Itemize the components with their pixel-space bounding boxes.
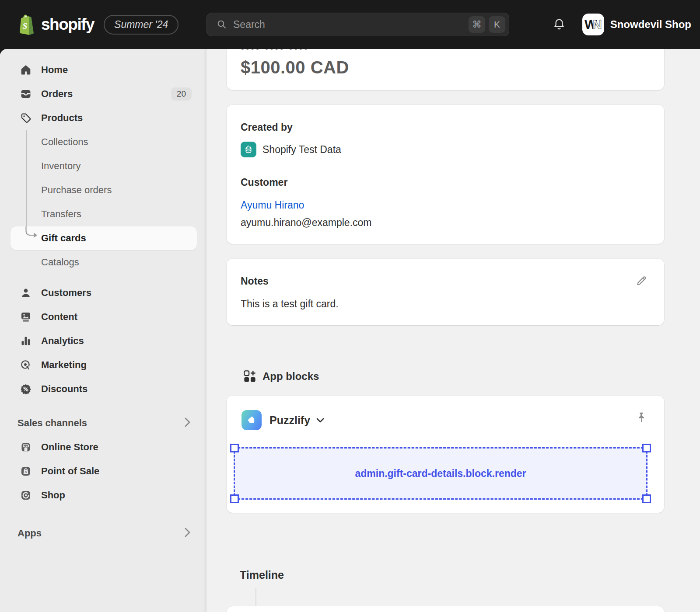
discounts-icon xyxy=(20,383,32,395)
test-data-app-icon xyxy=(241,142,256,157)
sidebar-item-products[interactable]: Products xyxy=(0,106,206,130)
resize-handle-top-right[interactable] xyxy=(642,444,651,452)
top-bar-right: W N Snowdevil Shop xyxy=(553,0,691,49)
puzzlify-app-name: Puzzlify xyxy=(270,414,310,427)
bell-icon xyxy=(553,18,566,31)
creator-name: Shopify Test Data xyxy=(262,144,341,156)
shop-name[interactable]: Snowdevil Shop xyxy=(610,18,691,31)
sidebar-item-analytics[interactable]: Analytics xyxy=(0,329,206,353)
shopify-logo[interactable]: S shopify Summer '24 xyxy=(18,0,178,49)
sidebar-item-content[interactable]: Content xyxy=(0,305,206,329)
analytics-icon xyxy=(20,335,32,347)
app-blocks-heading: App blocks xyxy=(262,370,319,382)
note-text: This is a test gift card. xyxy=(241,298,339,310)
sidebar-item-catalogs[interactable]: Catalogs xyxy=(0,250,206,274)
shop-avatar[interactable]: W N xyxy=(582,14,604,35)
k-key: K xyxy=(489,16,505,33)
sidebar-item-inventory[interactable]: Inventory xyxy=(0,154,206,178)
app-block-render-target[interactable]: admin.gift-card-details.block.render xyxy=(234,447,648,500)
content-frame: Home Orders 20 Products Collections Inve… xyxy=(0,49,700,612)
block-extension-id: admin.gift-card-details.block.render xyxy=(355,468,526,480)
puzzlify-block-card: Puzzlify admin.gift-card-details.block.r… xyxy=(227,396,664,513)
resize-handle-bottom-right[interactable] xyxy=(642,494,651,503)
sidebar-section-apps[interactable]: Apps xyxy=(0,522,206,545)
notes-heading: Notes xyxy=(241,275,269,287)
chevron-right-icon xyxy=(185,528,191,539)
customer-email: ayumu.hirano@example.com xyxy=(241,217,371,229)
created-by-card: Created by Shopify Test Data Customer Ay… xyxy=(227,105,664,244)
masked-gift-card-code: •••• •••• •••• xyxy=(241,49,309,53)
home-icon xyxy=(20,64,32,76)
snowdevil-monogram-icon: W N xyxy=(583,14,603,35)
sidebar-item-discounts[interactable]: Discounts xyxy=(0,377,206,401)
marketing-icon xyxy=(20,359,32,371)
customer-name-link[interactable]: Ayumu Hirano xyxy=(241,199,304,211)
orders-count-badge: 20 xyxy=(171,87,192,101)
sidebar-item-marketing[interactable]: Marketing xyxy=(0,353,206,377)
pushpin-icon xyxy=(635,411,648,425)
sidebar-item-gift-cards[interactable]: Gift cards xyxy=(0,226,206,250)
resize-handle-top-left[interactable] xyxy=(230,444,239,452)
sidebar-item-online-store[interactable]: Online Store xyxy=(0,435,206,459)
search-icon xyxy=(217,19,227,30)
shopify-bag-icon: S xyxy=(18,14,36,35)
sidebar-nav: Home Orders 20 Products Collections Inve… xyxy=(0,49,206,612)
edit-notes-button[interactable] xyxy=(633,272,650,289)
point-of-sale-icon: S xyxy=(20,465,32,477)
sidebar-item-shop[interactable]: Shop xyxy=(0,483,206,507)
content-icon xyxy=(20,311,32,323)
sidebar-item-point-of-sale[interactable]: S Point of Sale xyxy=(0,459,206,483)
search-placeholder: Search xyxy=(233,19,265,31)
sidebar-item-customers[interactable]: Customers xyxy=(0,281,206,305)
balance-card: •••• •••• •••• $100.00 CAD xyxy=(227,49,664,90)
sidebar-item-home[interactable]: Home xyxy=(0,58,206,82)
shortcut-keys: ⌘ K xyxy=(469,16,505,33)
orders-icon xyxy=(20,88,32,100)
notes-card: Notes This is a test gift card. xyxy=(227,259,664,325)
gift-card-balance: $100.00 CAD xyxy=(241,58,349,77)
svg-text:S: S xyxy=(25,470,27,473)
sidebar-item-transfers[interactable]: Transfers xyxy=(0,202,206,226)
creator-row: Shopify Test Data xyxy=(241,142,341,157)
online-store-icon xyxy=(20,441,32,453)
sidebar-item-orders[interactable]: Orders 20 xyxy=(0,82,206,106)
top-bar: S shopify Summer '24 Search ⌘ K xyxy=(0,0,700,49)
puzzlify-app-icon xyxy=(242,410,262,430)
customers-icon xyxy=(20,287,32,299)
app-blocks-icon xyxy=(243,370,256,383)
svg-text:S: S xyxy=(23,21,28,31)
products-tag-icon xyxy=(20,112,32,124)
gift-card-detail-main: •••• •••• •••• $100.00 CAD Created by Sh… xyxy=(206,49,700,612)
shop-channel-icon xyxy=(20,489,32,501)
app-blocks-header: App blocks xyxy=(243,370,319,383)
sidebar-section-sales-channels[interactable]: Sales channels xyxy=(0,411,206,435)
timeline-connector-line xyxy=(256,588,256,606)
created-by-heading: Created by xyxy=(241,122,293,133)
shopify-wordmark: shopify xyxy=(41,15,94,34)
sidebar-item-collections[interactable]: Collections xyxy=(0,130,206,154)
pencil-icon xyxy=(635,275,648,287)
timeline-card xyxy=(227,606,664,612)
puzzlify-app-menu[interactable]: Puzzlify xyxy=(242,410,324,430)
release-badge: Summer '24 xyxy=(104,15,178,35)
sidebar-item-purchase-orders[interactable]: Purchase orders xyxy=(0,178,206,202)
notifications-button[interactable] xyxy=(553,18,566,31)
resize-handle-bottom-left[interactable] xyxy=(230,494,239,503)
customer-heading: Customer xyxy=(241,177,287,188)
shopify-admin-window: S shopify Summer '24 Search ⌘ K xyxy=(0,0,700,612)
pin-button[interactable] xyxy=(634,410,649,427)
svg-text:N: N xyxy=(592,17,602,31)
command-key-icon: ⌘ xyxy=(469,16,485,33)
search-input[interactable]: Search ⌘ K xyxy=(206,13,509,36)
chevron-right-icon xyxy=(185,417,191,429)
chevron-down-icon xyxy=(316,417,324,425)
timeline-heading: Timeline xyxy=(240,569,284,581)
